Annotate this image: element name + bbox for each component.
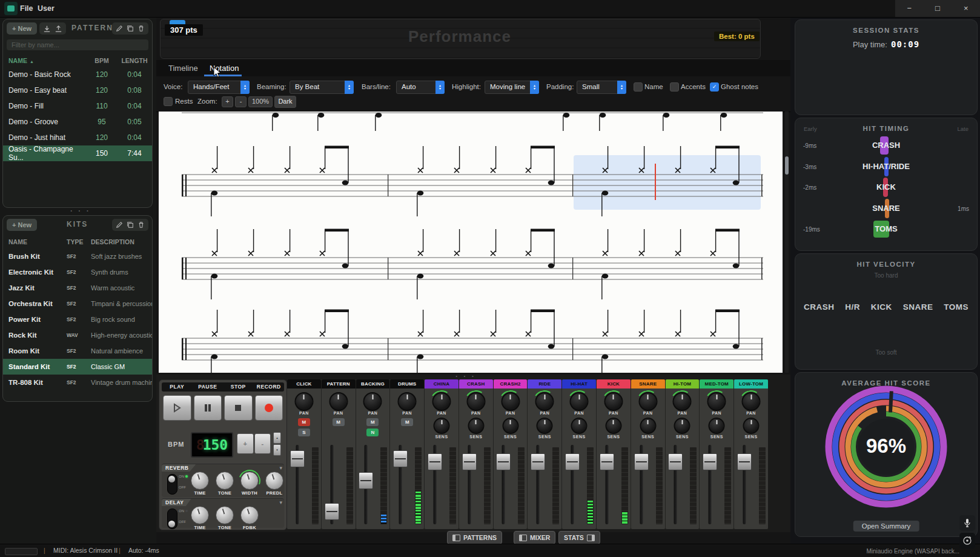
pan-knob[interactable]: [742, 392, 761, 411]
duplicate-icon[interactable]: [127, 25, 134, 32]
n-button[interactable]: N: [366, 429, 379, 436]
kit-row[interactable]: TR-808 Kit SF2 Vintage drum machine: [3, 375, 152, 390]
fader-handle[interactable]: [496, 453, 511, 470]
fdbk-knob[interactable]: [240, 506, 259, 524]
fader-handle[interactable]: [668, 453, 683, 470]
m-button[interactable]: M: [333, 418, 345, 426]
maximize-button[interactable]: □: [924, 0, 952, 17]
sens-knob[interactable]: [743, 418, 760, 434]
rests-checkbox[interactable]: [164, 97, 173, 106]
panel-splitter[interactable]: · · ·: [70, 207, 91, 215]
zoom-out-button[interactable]: -: [235, 96, 247, 107]
mixer-view-button[interactable]: MIXER: [514, 531, 555, 544]
column-length[interactable]: LENGTH: [117, 57, 152, 64]
padding-dropdown[interactable]: Small ▴▾: [577, 81, 626, 94]
pan-knob[interactable]: [466, 392, 485, 411]
edit-icon[interactable]: [116, 221, 123, 228]
kit-row[interactable]: Jazz Kit SF2 Warm acoustic: [3, 280, 152, 296]
delete-icon[interactable]: [137, 221, 145, 228]
patterns-view-button[interactable]: PATTERNS: [447, 531, 502, 544]
stats-view-button[interactable]: STATS: [558, 531, 600, 544]
sync-button[interactable]: [959, 533, 975, 549]
stop-button[interactable]: [224, 395, 253, 421]
pan-knob[interactable]: [604, 392, 623, 411]
bpm-spin-down[interactable]: ▾: [273, 444, 281, 456]
pause-button[interactable]: [194, 395, 222, 421]
kit-row[interactable]: Rock Kit WAV High-energy acoustic: [3, 327, 152, 343]
column-name[interactable]: NAME: [3, 238, 67, 245]
tone-knob[interactable]: [216, 506, 234, 524]
microphone-button[interactable]: [959, 515, 975, 531]
notation-sheet[interactable]: [159, 112, 783, 373]
duplicate-icon[interactable]: [127, 221, 134, 228]
sens-knob[interactable]: [502, 418, 518, 434]
column-name[interactable]: NAME▲: [3, 57, 87, 64]
column-type[interactable]: TYPE: [67, 238, 91, 245]
bpm-spin-up[interactable]: ▴: [273, 432, 281, 444]
fader-handle[interactable]: [565, 453, 580, 470]
sens-knob[interactable]: [571, 418, 588, 434]
highlight-dropdown[interactable]: Moving line ▴▾: [485, 81, 539, 94]
kit-row[interactable]: Room Kit SF2 Natural ambience: [3, 343, 152, 359]
fader-handle[interactable]: [359, 472, 373, 489]
fader-handle[interactable]: [290, 450, 305, 467]
time-knob[interactable]: [191, 472, 209, 490]
new-pattern-button[interactable]: + New: [7, 22, 37, 35]
new-kit-button[interactable]: + New: [7, 219, 37, 231]
fader-handle[interactable]: [531, 453, 545, 470]
close-button[interactable]: ×: [952, 0, 980, 17]
column-bpm[interactable]: BPM: [87, 57, 117, 64]
kit-row[interactable]: Standard Kit SF2 Classic GM: [3, 359, 152, 375]
sens-knob[interactable]: [640, 418, 656, 434]
kit-row[interactable]: Brush Kit SF2 Soft jazz brushes: [3, 248, 152, 264]
fader-handle[interactable]: [428, 453, 442, 470]
pan-knob[interactable]: [673, 392, 692, 411]
m-button[interactable]: M: [401, 418, 413, 426]
pan-knob[interactable]: [501, 392, 520, 411]
pattern-row[interactable]: Demo - Easy beat 120 0:08: [3, 82, 152, 98]
pattern-filter-input[interactable]: [7, 39, 148, 50]
pan-knob[interactable]: [329, 392, 348, 411]
fader-handle[interactable]: [325, 503, 339, 520]
reverb-toggle[interactable]: [167, 474, 177, 495]
upload-icon[interactable]: [55, 25, 62, 33]
delay-toggle[interactable]: [167, 509, 177, 529]
pan-knob[interactable]: [638, 392, 657, 411]
accents-checkbox[interactable]: [670, 82, 679, 92]
zoom-in-button[interactable]: +: [222, 96, 233, 107]
theme-toggle-button[interactable]: Dark: [274, 96, 296, 108]
fader-handle[interactable]: [462, 453, 477, 470]
download-icon[interactable]: [43, 25, 51, 33]
menu-user[interactable]: User: [38, 0, 55, 17]
bpm-decrease-button[interactable]: -: [254, 433, 271, 454]
sens-knob[interactable]: [468, 418, 484, 434]
tone-knob[interactable]: [216, 472, 234, 490]
pattern-row[interactable]: Demo - Groove 95 0:05: [3, 114, 152, 130]
pan-knob[interactable]: [294, 392, 313, 411]
pattern-row[interactable]: Demo - Basic Rock 120 0:04: [3, 67, 152, 82]
voice-dropdown[interactable]: Hands/Feet ▴▾: [188, 81, 250, 94]
pan-knob[interactable]: [570, 392, 589, 411]
fader-handle[interactable]: [600, 453, 614, 470]
sens-knob[interactable]: [674, 418, 690, 434]
column-description[interactable]: DESCRIPTION: [91, 238, 152, 245]
open-summary-button[interactable]: Open Summary: [853, 521, 919, 532]
play-button[interactable]: [163, 395, 191, 421]
menu-file[interactable]: File: [20, 0, 33, 17]
collapse-icon[interactable]: ▾: [279, 499, 282, 505]
kit-row[interactable]: Power Kit SF2 Big rock sound: [3, 312, 152, 327]
sens-knob[interactable]: [605, 418, 621, 434]
bpm-increase-button[interactable]: +: [237, 433, 254, 454]
bars-line-dropdown[interactable]: Auto ▴▾: [396, 81, 445, 94]
ghost-notes-checkbox[interactable]: ✓: [710, 82, 719, 92]
pattern-row[interactable]: Demo - Fill 110 0:04: [3, 98, 152, 114]
fader-handle[interactable]: [737, 453, 752, 470]
pattern-row[interactable]: Demo - Just hihat 120 0:04: [3, 130, 152, 145]
collapse-icon[interactable]: ▾: [279, 465, 282, 471]
time-knob[interactable]: [191, 506, 209, 524]
pan-knob[interactable]: [398, 392, 417, 411]
s-button[interactable]: S: [298, 429, 310, 436]
fader-handle[interactable]: [703, 453, 717, 470]
m-button[interactable]: M: [366, 418, 379, 426]
kit-row[interactable]: Electronic Kit SF2 Synth drums: [3, 264, 152, 280]
